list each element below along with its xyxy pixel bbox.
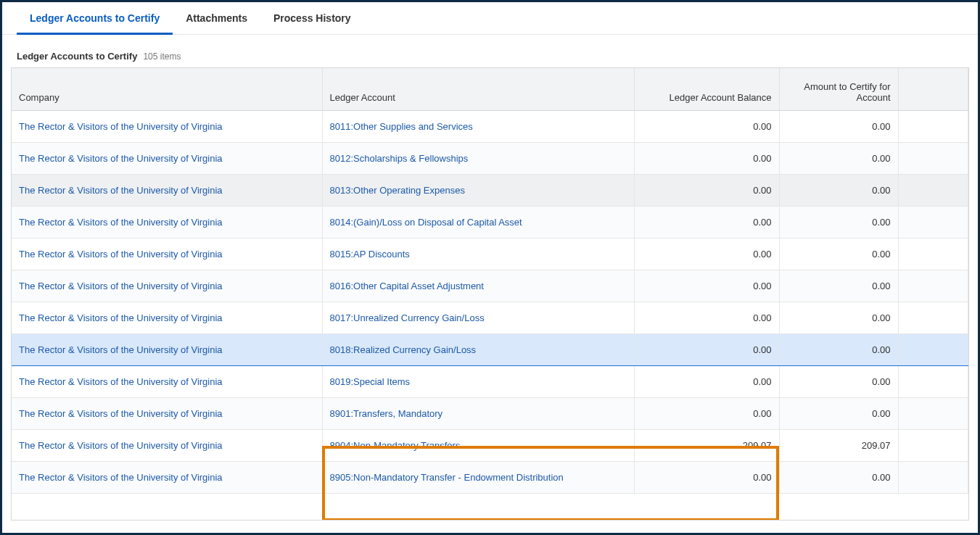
company-link[interactable]: The Rector & Visitors of the University … bbox=[19, 185, 223, 196]
cell-blank bbox=[898, 462, 968, 494]
cell-blank bbox=[898, 302, 968, 334]
ledger-accounts-table: Company Ledger Account Ledger Account Ba… bbox=[12, 68, 968, 494]
company-link[interactable]: The Rector & Visitors of the University … bbox=[19, 217, 223, 228]
table-items-count: 105 items bbox=[143, 51, 181, 62]
cell-ledger-account: 8019:Special Items bbox=[322, 366, 634, 398]
cell-ledger-account: 8901:Transfers, Mandatory bbox=[322, 398, 634, 430]
table-row[interactable]: The Rector & Visitors of the University … bbox=[12, 302, 968, 334]
cell-balance: 209.07 bbox=[634, 430, 779, 462]
table-row[interactable]: The Rector & Visitors of the University … bbox=[12, 239, 968, 270]
cell-amount: 0.00 bbox=[779, 207, 898, 239]
cell-amount: 0.00 bbox=[779, 334, 898, 366]
company-link[interactable]: The Rector & Visitors of the University … bbox=[19, 376, 223, 387]
cell-company: The Rector & Visitors of the University … bbox=[12, 462, 322, 494]
ledger-account-link[interactable]: 8011:Other Supplies and Services bbox=[330, 121, 473, 132]
company-link[interactable]: The Rector & Visitors of the University … bbox=[19, 249, 223, 260]
company-link[interactable]: The Rector & Visitors of the University … bbox=[19, 312, 223, 323]
company-link[interactable]: The Rector & Visitors of the University … bbox=[19, 472, 223, 483]
cell-ledger-account: 8018:Realized Currency Gain/Loss bbox=[322, 334, 634, 366]
cell-balance: 0.00 bbox=[634, 302, 779, 334]
ledger-account-link[interactable]: 8018:Realized Currency Gain/Loss bbox=[330, 344, 477, 355]
table-row[interactable]: The Rector & Visitors of the University … bbox=[12, 143, 968, 175]
cell-amount: 0.00 bbox=[779, 462, 898, 494]
cell-company: The Rector & Visitors of the University … bbox=[12, 207, 322, 239]
tab-ledger-accounts[interactable]: Ledger Accounts to Certify bbox=[17, 2, 173, 34]
ledger-account-link[interactable]: 8014:(Gain)/Loss on Disposal of Capital … bbox=[330, 217, 522, 228]
cell-company: The Rector & Visitors of the University … bbox=[12, 430, 322, 462]
table-container: Company Ledger Account Ledger Account Ba… bbox=[11, 67, 969, 521]
cell-amount: 209.07 bbox=[779, 430, 898, 462]
cell-company: The Rector & Visitors of the University … bbox=[12, 270, 322, 302]
cell-company: The Rector & Visitors of the University … bbox=[12, 175, 322, 207]
table-row[interactable]: The Rector & Visitors of the University … bbox=[12, 462, 968, 494]
cell-company: The Rector & Visitors of the University … bbox=[12, 398, 322, 430]
cell-blank bbox=[898, 175, 968, 207]
table-row[interactable]: The Rector & Visitors of the University … bbox=[12, 175, 968, 207]
cell-ledger-account: 8013:Other Operating Expenses bbox=[322, 175, 634, 207]
table-row[interactable]: The Rector & Visitors of the University … bbox=[12, 207, 968, 239]
cell-amount: 0.00 bbox=[779, 366, 898, 398]
ledger-account-link[interactable]: 8901:Transfers, Mandatory bbox=[330, 408, 443, 419]
table-row[interactable]: The Rector & Visitors of the University … bbox=[12, 430, 968, 462]
cell-amount: 0.00 bbox=[779, 175, 898, 207]
cell-ledger-account: 8905:Non-Mandatory Transfer - Endowment … bbox=[322, 462, 634, 494]
cell-blank bbox=[898, 398, 968, 430]
company-link[interactable]: The Rector & Visitors of the University … bbox=[19, 440, 223, 451]
cell-balance: 0.00 bbox=[634, 462, 779, 494]
ledger-account-link[interactable]: 8012:Scholarships & Fellowships bbox=[330, 153, 469, 164]
cell-balance: 0.00 bbox=[634, 175, 779, 207]
table-row[interactable]: The Rector & Visitors of the University … bbox=[12, 366, 968, 398]
ledger-account-link[interactable]: 8017:Unrealized Currency Gain/Loss bbox=[330, 312, 485, 323]
cell-company: The Rector & Visitors of the University … bbox=[12, 143, 322, 175]
tabs-bar: Ledger Accounts to Certify Attachments P… bbox=[2, 2, 978, 35]
company-link[interactable]: The Rector & Visitors of the University … bbox=[19, 344, 223, 355]
tab-process-history[interactable]: Process History bbox=[260, 2, 364, 34]
cell-amount: 0.00 bbox=[779, 143, 898, 175]
table-header-row: Ledger Accounts to Certify 105 items bbox=[2, 35, 978, 67]
col-header-ledger-account[interactable]: Ledger Account bbox=[322, 68, 634, 111]
cell-ledger-account: 8017:Unrealized Currency Gain/Loss bbox=[322, 302, 634, 334]
company-link[interactable]: The Rector & Visitors of the University … bbox=[19, 121, 223, 132]
table-row[interactable]: The Rector & Visitors of the University … bbox=[12, 398, 968, 430]
cell-balance: 0.00 bbox=[634, 366, 779, 398]
cell-amount: 0.00 bbox=[779, 270, 898, 302]
cell-ledger-account: 8016:Other Capital Asset Adjustment bbox=[322, 270, 634, 302]
table-row[interactable]: The Rector & Visitors of the University … bbox=[12, 270, 968, 302]
table-title: Ledger Accounts to Certify bbox=[17, 51, 137, 62]
cell-balance: 0.00 bbox=[634, 111, 779, 143]
ledger-account-link[interactable]: 8013:Other Operating Expenses bbox=[330, 185, 465, 196]
col-header-amount[interactable]: Amount to Certify for Account bbox=[779, 68, 898, 111]
cell-ledger-account: 8014:(Gain)/Loss on Disposal of Capital … bbox=[322, 207, 634, 239]
company-link[interactable]: The Rector & Visitors of the University … bbox=[19, 281, 223, 291]
cell-balance: 0.00 bbox=[634, 334, 779, 366]
tab-attachments[interactable]: Attachments bbox=[173, 2, 260, 34]
ledger-account-link[interactable]: 8905:Non-Mandatory Transfer - Endowment … bbox=[330, 472, 564, 483]
col-header-company[interactable]: Company bbox=[12, 68, 322, 111]
cell-company: The Rector & Visitors of the University … bbox=[12, 334, 322, 366]
cell-blank bbox=[898, 334, 968, 366]
cell-blank bbox=[898, 239, 968, 270]
table-row[interactable]: The Rector & Visitors of the University … bbox=[12, 111, 968, 143]
cell-amount: 0.00 bbox=[779, 111, 898, 143]
cell-balance: 0.00 bbox=[634, 270, 779, 302]
table-row[interactable]: The Rector & Visitors of the University … bbox=[12, 334, 968, 366]
cell-company: The Rector & Visitors of the University … bbox=[12, 239, 322, 270]
cell-ledger-account: 8012:Scholarships & Fellowships bbox=[322, 143, 634, 175]
cell-blank bbox=[898, 270, 968, 302]
cell-company: The Rector & Visitors of the University … bbox=[12, 366, 322, 398]
company-link[interactable]: The Rector & Visitors of the University … bbox=[19, 408, 223, 419]
cell-balance: 0.00 bbox=[634, 207, 779, 239]
cell-amount: 0.00 bbox=[779, 239, 898, 270]
cell-blank bbox=[898, 430, 968, 462]
ledger-account-link[interactable]: 8015:AP Discounts bbox=[330, 249, 410, 260]
cell-ledger-account: 8904:Non-Mandatory Transfers bbox=[322, 430, 634, 462]
ledger-account-link[interactable]: 8016:Other Capital Asset Adjustment bbox=[330, 281, 484, 291]
col-header-blank bbox=[898, 68, 968, 111]
cell-blank bbox=[898, 366, 968, 398]
cell-blank bbox=[898, 143, 968, 175]
ledger-account-link[interactable]: 8904:Non-Mandatory Transfers bbox=[330, 440, 461, 451]
ledger-account-link[interactable]: 8019:Special Items bbox=[330, 376, 411, 387]
col-header-balance[interactable]: Ledger Account Balance bbox=[634, 68, 779, 111]
company-link[interactable]: The Rector & Visitors of the University … bbox=[19, 153, 223, 164]
cell-balance: 0.00 bbox=[634, 398, 779, 430]
